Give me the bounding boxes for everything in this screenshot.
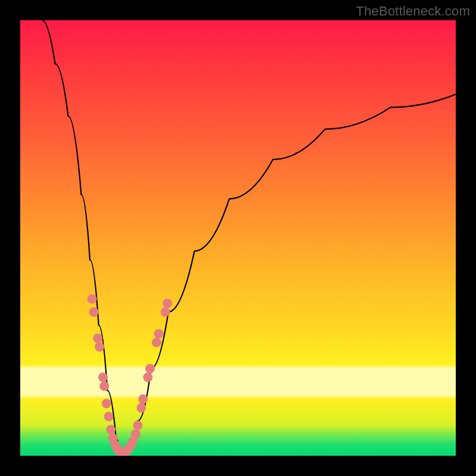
marker-group — [87, 295, 173, 456]
watermark-text: TheBottleneck.com — [356, 4, 470, 19]
data-marker — [137, 403, 146, 413]
data-marker — [138, 394, 148, 404]
data-marker — [89, 307, 99, 317]
data-marker — [131, 429, 140, 439]
data-marker — [99, 381, 109, 391]
data-marker — [93, 333, 102, 343]
data-marker — [154, 329, 164, 339]
data-marker — [143, 372, 153, 382]
data-marker — [162, 299, 172, 308]
data-marker — [95, 342, 104, 352]
chart-frame: TheBottleneck.com — [0, 0, 476, 476]
data-marker — [152, 338, 161, 347]
data-marker — [145, 364, 155, 374]
data-marker — [98, 372, 108, 382]
data-marker — [102, 399, 111, 408]
data-marker — [87, 295, 97, 304]
data-marker — [133, 421, 143, 430]
plot-area — [20, 20, 456, 456]
curve-svg — [20, 20, 456, 456]
data-marker — [104, 412, 114, 421]
data-marker — [161, 307, 170, 317]
data-marker — [106, 425, 115, 434]
